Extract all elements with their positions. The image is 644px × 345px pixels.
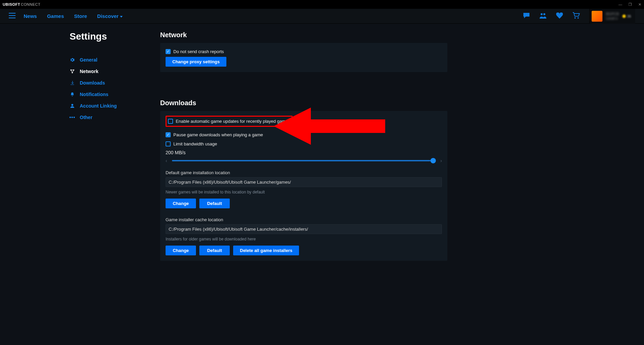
top-nav: News Games Store Discover BGPCB Level x … xyxy=(0,9,644,24)
cart-icon[interactable] xyxy=(572,12,580,20)
sidebar-item-other[interactable]: ••• Other xyxy=(70,112,150,123)
nav-discover[interactable]: Discover xyxy=(95,13,125,19)
sidebar-item-label: Downloads xyxy=(80,80,105,86)
install-location-field[interactable] xyxy=(166,177,442,187)
install-location-hint: Newer games will be installed to this lo… xyxy=(166,190,442,194)
limit-bandwidth-checkbox[interactable] xyxy=(166,141,171,146)
friends-icon[interactable] xyxy=(539,13,547,20)
profile-text: BGPCB Level x xyxy=(606,12,619,20)
cache-location-field[interactable] xyxy=(166,224,442,234)
crash-report-row: ✓ Do not send crash reports xyxy=(166,48,442,55)
install-default-button[interactable]: Default xyxy=(199,199,230,208)
ellipsis-icon: ••• xyxy=(70,115,75,120)
section-heading-network: Network xyxy=(160,31,447,39)
minimize-icon[interactable]: — xyxy=(619,2,623,6)
sidebar-item-label: Notifications xyxy=(80,92,108,97)
slider-fill xyxy=(172,160,430,161)
slider-track[interactable] xyxy=(172,160,436,161)
profile-area[interactable]: BGPCB Level x 36 xyxy=(589,9,635,24)
install-change-button[interactable]: Change xyxy=(166,199,196,208)
highlighted-auto-update-row: Enable automatic game updates for recent… xyxy=(166,116,293,127)
heart-icon[interactable] xyxy=(556,13,563,20)
maximize-icon[interactable]: ❐ xyxy=(628,2,632,7)
sidebar-item-notifications[interactable]: Notifications xyxy=(70,89,150,100)
sidebar-item-label: Network xyxy=(80,69,98,74)
cache-location-label: Game installer cache location xyxy=(166,217,442,222)
limit-bandwidth-row: Limit bandwidth usage xyxy=(166,140,442,148)
delete-installers-button[interactable]: Delete all game installers xyxy=(233,246,299,255)
sidebar-item-downloads[interactable]: Downloads xyxy=(70,77,150,89)
bandwidth-value: 200 MB/s xyxy=(166,150,442,155)
avatar xyxy=(592,11,602,22)
settings-sidebar: Settings General Network Downloads Notif… xyxy=(0,31,160,261)
sidebar-item-network[interactable]: Network xyxy=(70,66,150,77)
download-icon xyxy=(70,80,75,85)
nav-store[interactable]: Store xyxy=(72,13,89,19)
slider-increment-icon[interactable]: › xyxy=(440,158,442,163)
page-title: Settings xyxy=(70,31,150,42)
window-controls: — ❐ ✕ xyxy=(619,2,642,7)
sidebar-item-label: Account Linking xyxy=(80,103,117,109)
limit-bandwidth-label: Limit bandwidth usage xyxy=(173,141,217,146)
svg-point-0 xyxy=(541,13,543,15)
bandwidth-slider: ‹ › xyxy=(166,158,442,163)
section-heading-downloads: Downloads xyxy=(160,99,447,107)
gear-icon xyxy=(70,58,75,62)
close-icon[interactable]: ✕ xyxy=(638,2,642,7)
user-icon xyxy=(70,104,75,108)
profile-sub: Level x xyxy=(606,16,619,20)
slider-handle[interactable] xyxy=(430,158,436,163)
install-location-buttons: Change Default xyxy=(166,199,442,208)
auto-update-checkbox[interactable] xyxy=(168,119,173,124)
chevron-down-icon xyxy=(120,16,123,18)
nav-games[interactable]: Games xyxy=(45,13,66,19)
coin-icon xyxy=(622,15,626,18)
sidebar-item-account-linking[interactable]: Account Linking xyxy=(70,100,150,112)
nav-news[interactable]: News xyxy=(22,13,39,19)
network-card: ✓ Do not send crash reports Change proxy… xyxy=(160,43,447,72)
pause-downloads-row: ✓ Pause game downloads when playing a ga… xyxy=(166,131,442,139)
downloads-card: Enable automatic game updates for recent… xyxy=(160,111,447,261)
bell-icon xyxy=(70,92,75,97)
brand-second: CONNECT xyxy=(21,2,41,6)
cache-location-buttons: Change Default Delete all game installer… xyxy=(166,246,442,255)
network-icon xyxy=(70,69,75,74)
nav-discover-label: Discover xyxy=(97,13,119,19)
auto-update-row: Enable automatic game updates for recent… xyxy=(168,117,290,125)
crash-report-label: Do not send crash reports xyxy=(173,49,224,54)
currency-amount: 36 xyxy=(627,14,631,18)
sidebar-item-label: Other xyxy=(80,115,92,120)
install-location-label: Default game installation location xyxy=(166,170,442,175)
chat-icon[interactable] xyxy=(523,13,530,20)
change-proxy-button[interactable]: Change proxy settings xyxy=(166,57,226,67)
crash-report-checkbox[interactable]: ✓ xyxy=(166,49,171,54)
profile-name: BGPCB xyxy=(606,12,619,16)
window-titlebar: UBISOFT CONNECT — ❐ ✕ xyxy=(0,0,644,9)
svg-point-3 xyxy=(577,17,579,19)
sidebar-item-general[interactable]: General xyxy=(70,54,150,66)
cache-change-button[interactable]: Change xyxy=(166,246,196,255)
settings-content: Network ✓ Do not send crash reports Chan… xyxy=(160,31,447,261)
slider-decrement-icon[interactable]: ‹ xyxy=(166,158,167,163)
main-area: Settings General Network Downloads Notif… xyxy=(0,24,644,261)
svg-point-1 xyxy=(543,13,545,15)
top-right-icons: BGPCB Level x 36 xyxy=(523,9,635,24)
svg-point-7 xyxy=(71,104,73,106)
hamburger-menu-icon[interactable] xyxy=(9,13,16,20)
auto-update-label: Enable automatic game updates for recent… xyxy=(176,119,290,124)
sidebar-item-label: General xyxy=(80,57,97,63)
pause-downloads-checkbox[interactable]: ✓ xyxy=(166,132,171,137)
pause-downloads-label: Pause game downloads when playing a game xyxy=(173,132,263,137)
cache-default-button[interactable]: Default xyxy=(199,246,230,255)
cache-location-hint: Installers for older games will be downl… xyxy=(166,237,442,242)
brand-first: UBISOFT xyxy=(3,2,20,6)
svg-point-2 xyxy=(574,17,576,19)
currency: 36 xyxy=(622,14,631,18)
